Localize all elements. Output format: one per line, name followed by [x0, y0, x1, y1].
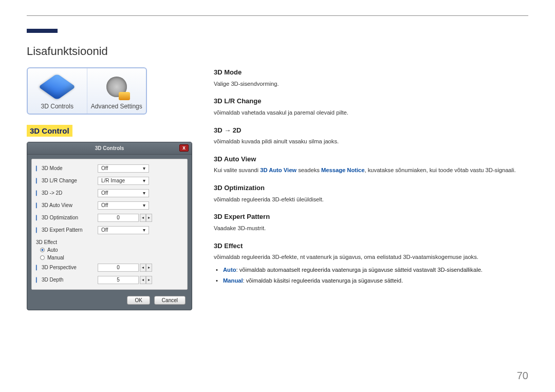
row-value[interactable]: Off▾: [98, 201, 149, 210]
tile-advanced-settings[interactable]: Advanced Settings: [87, 68, 146, 114]
list-item: Manual: võimaldab käsitsi reguleerida va…: [223, 275, 528, 286]
chevron-left-icon[interactable]: ◂: [140, 264, 146, 272]
def-body: võimaldab vahetada vasakul ja paremal ol…: [214, 108, 528, 117]
row-label: 3D Mode: [36, 165, 98, 171]
cube-icon: [43, 72, 71, 101]
def-body: võimaldab reguleerida 3D-efekte, nt vaat…: [214, 253, 528, 262]
def-auto-view: 3D Auto View Kui valite suvandi 3D Auto …: [214, 154, 528, 175]
chevron-left-icon[interactable]: ◂: [140, 276, 146, 284]
radio-dot-icon: [40, 248, 45, 252]
row-value[interactable]: Off▾: [98, 226, 149, 234]
spin-control[interactable]: 0 ◂▸: [98, 264, 152, 272]
def-expert-pattern: 3D Expert Pattern Vaadake 3D-mustrit.: [214, 212, 528, 232]
chevron-right-icon[interactable]: ▸: [146, 264, 152, 272]
section-heading: 3D Control: [27, 125, 72, 137]
row-label: 3D Perspective: [36, 265, 98, 270]
def-optimization: 3D Optimization võimaldab reguleerida 3D…: [214, 183, 528, 203]
spin-control[interactable]: 0 ◂▸: [98, 214, 152, 222]
def-body: võimaldab kuvada pildi ainult vasaku sil…: [214, 137, 528, 146]
radio-dot-icon: [40, 255, 45, 260]
radio-manual[interactable]: Manual: [36, 254, 183, 262]
group-3d-effect: 3D Effect: [36, 239, 183, 245]
radio-auto[interactable]: Auto: [36, 246, 183, 254]
close-icon[interactable]: x: [179, 144, 189, 152]
row-label: 3D Depth: [36, 277, 98, 283]
def-body: Kui valite suvandi 3D Auto View seadeks …: [214, 166, 528, 175]
row-label: 3D L/R Change: [36, 178, 98, 183]
row-expert-pattern: 3D Expert Pattern Off▾: [36, 224, 183, 236]
def-3d-effect: 3D Effect võimaldab reguleerida 3D-efekt…: [214, 241, 528, 286]
def-3d-mode: 3D Mode Valige 3D-sisendvorming.: [214, 67, 528, 88]
def-heading: 3D L/R Change: [214, 96, 528, 106]
row-label: 3D Optimization: [36, 215, 98, 220]
settings-window: 3D Controls x 3D Mode Off▾ 3D L/R Change…: [27, 142, 192, 310]
row-lr-change: 3D L/R Change L/R Image▾: [36, 175, 183, 187]
page-number: 70: [517, 370, 528, 382]
row-depth: 3D Depth 5 ◂▸: [36, 274, 183, 286]
window-title: 3D Controls: [95, 145, 124, 151]
row-label: 3D -> 2D: [36, 190, 98, 196]
row-label: 3D Expert Pattern: [36, 227, 98, 233]
row-value[interactable]: L/R Image▾: [98, 177, 149, 185]
chevron-right-icon[interactable]: ▸: [146, 276, 152, 284]
spin-control[interactable]: 5 ◂▸: [98, 276, 152, 284]
def-lr-change: 3D L/R Change võimaldab vahetada vasakul…: [214, 96, 528, 117]
def-heading: 3D Optimization: [214, 183, 528, 193]
row-auto-view: 3D Auto View Off▾: [36, 199, 183, 212]
bullet-list: Auto: võimaldab automaatselt reguleerida…: [214, 265, 528, 286]
cancel-button[interactable]: Cancel: [154, 296, 186, 305]
left-column: 3D Controls Advanced Settings 3D Control…: [27, 67, 201, 310]
tile-label: Advanced Settings: [89, 103, 144, 110]
title-bar: 3D Controls x: [27, 142, 192, 155]
row-perspective: 3D Perspective 0 ◂▸: [36, 262, 183, 274]
accent-bar: [27, 29, 58, 33]
row-value[interactable]: Off▾: [98, 189, 149, 197]
tile-label: 3D Controls: [30, 103, 85, 110]
def-body: Valige 3D-sisendvorming.: [214, 80, 528, 88]
chevron-right-icon[interactable]: ▸: [146, 214, 152, 222]
right-column: 3D Mode Valige 3D-sisendvorming. 3D L/R …: [214, 67, 528, 294]
ok-button[interactable]: OK: [127, 296, 150, 305]
row-3d-2d: 3D -> 2D Off▾: [36, 187, 183, 199]
list-item: Auto: võimaldab automaatselt reguleerida…: [223, 265, 528, 275]
gear-icon: [102, 72, 131, 101]
row-value[interactable]: Off▾: [98, 164, 149, 173]
chevron-left-icon[interactable]: ◂: [140, 214, 146, 222]
def-body: Vaadake 3D-mustrit.: [214, 224, 528, 233]
row-label: 3D Auto View: [36, 202, 98, 208]
tile-row: 3D Controls Advanced Settings: [27, 67, 147, 115]
row-3d-mode: 3D Mode Off▾: [36, 162, 183, 175]
tile-3d-controls[interactable]: 3D Controls: [28, 68, 87, 114]
page-title: Lisafunktsioonid: [27, 45, 528, 58]
def-3d-2d: 3D → 2D võimaldab kuvada pildi ainult va…: [214, 125, 528, 146]
def-heading: 3D Auto View: [214, 154, 528, 164]
def-heading: 3D Expert Pattern: [214, 212, 528, 222]
top-rule: [27, 15, 528, 16]
def-heading: 3D → 2D: [214, 125, 528, 136]
def-heading: 3D Effect: [214, 241, 528, 251]
def-body: võimaldab reguleerida 3D-efekti üleüldis…: [214, 195, 528, 204]
row-optimization: 3D Optimization 0 ◂▸: [36, 212, 183, 224]
def-heading: 3D Mode: [214, 67, 528, 78]
